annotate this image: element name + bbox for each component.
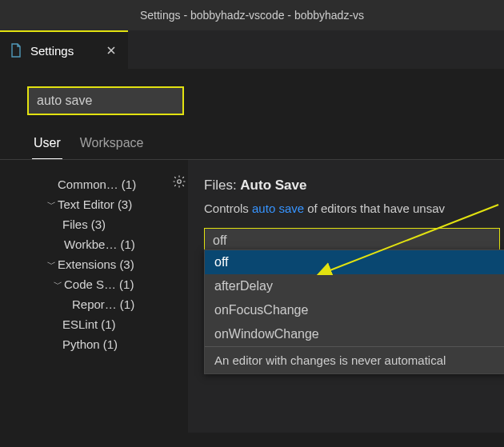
setting-title: Files: Auto Save [204,178,504,194]
dropdown-option-onWindowChange[interactable]: onWindowChange [205,322,504,346]
dropdown-description: An editor with changes is never automati… [205,346,504,373]
chevron-down-icon: ﹀ [45,258,58,270]
close-icon[interactable] [104,43,118,58]
tab-workspace[interactable]: Workspace [78,130,146,159]
tree-item-files[interactable]: Files (3) [0,214,188,234]
search-input[interactable] [27,86,184,115]
auto-save-dropdown: off afterDelay onFocusChange onWindowCha… [204,249,504,374]
window-titlebar: Settings - bobbyhadz-vscode - bobbyhadz-… [0,0,504,30]
settings-main: Files: Auto Save Controls auto save of e… [188,160,504,433]
svg-point-0 [178,180,182,184]
chevron-down-icon: ﹀ [51,278,64,290]
tab-settings[interactable]: Settings [0,30,128,69]
dropdown-option-onFocusChange[interactable]: onFocusChange [205,298,504,322]
gear-icon[interactable] [172,174,186,191]
auto-save-link[interactable]: auto save [252,202,304,215]
tree-item-code-styles[interactable]: ﹀ Code S… (1) [0,274,188,294]
dropdown-option-off[interactable]: off [205,250,504,274]
tab-label: Settings [30,44,74,58]
setting-description: Controls auto save of editors that have … [204,202,504,215]
tree-item-extensions[interactable]: ﹀ Extensions (3) [0,254,188,274]
tab-strip: Settings [0,30,504,69]
settings-tree: Common… (1) ﹀ Text Editor (3) Files (3) … [0,160,188,433]
tree-item-reporting[interactable]: Repor… (1) [0,294,188,314]
tree-item-common[interactable]: Common… (1) [0,174,188,194]
tree-item-eslint[interactable]: ESLint (1) [0,314,188,334]
tree-item-workbench[interactable]: Workbe… (1) [0,234,188,254]
settings-file-icon [10,43,22,58]
tab-user[interactable]: User [32,130,62,159]
settings-editor: User Workspace Common… (1) ﹀ Text Editor [0,69,504,447]
window-title: Settings - bobbyhadz-vscode - bobbyhadz-… [140,9,364,22]
chevron-down-icon: ﹀ [45,198,58,210]
dropdown-option-afterDelay[interactable]: afterDelay [205,274,504,298]
scope-tabs: User Workspace [0,130,504,160]
tree-item-text-editor[interactable]: ﹀ Text Editor (3) [0,194,188,214]
tree-item-python[interactable]: Python (1) [0,334,188,354]
